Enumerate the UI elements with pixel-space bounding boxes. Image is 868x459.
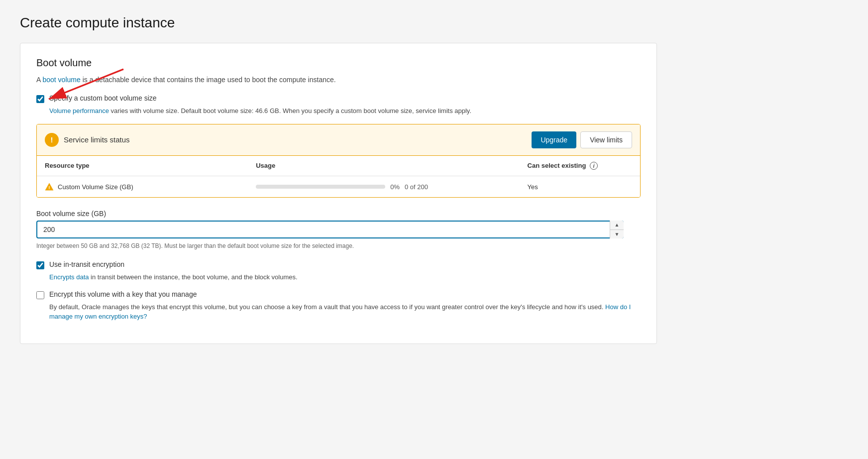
- boot-volume-size-input-wrap: ▲ ▼: [36, 221, 624, 238]
- encrypt-volume-label[interactable]: Encrypt this volume with a key that you …: [49, 290, 197, 298]
- limits-table: Resource type Usage Can select existing …: [37, 156, 640, 198]
- spinner-up-button[interactable]: ▲: [610, 221, 624, 230]
- service-limits-title: Service limits status: [64, 135, 130, 144]
- encrypt-volume-hint: By default, Oracle manages the keys that…: [49, 302, 641, 322]
- col-resource-type: Resource type: [37, 156, 248, 176]
- boot-volume-link[interactable]: boot volume: [42, 76, 80, 84]
- boot-volume-size-input[interactable]: [36, 221, 624, 238]
- custom-size-label[interactable]: Specify a custom boot volume size: [49, 94, 157, 102]
- table-row: ! Custom Volume Size (GB) 0% 0 of 200: [37, 176, 640, 198]
- col-can-select: Can select existing i: [520, 156, 640, 176]
- transit-encryption-row: Use in-transit encryption: [36, 260, 641, 269]
- section-description: A boot volume is a detachable device tha…: [36, 75, 641, 85]
- encrypt-volume-row: Encrypt this volume with a key that you …: [36, 290, 641, 299]
- upgrade-button[interactable]: Upgrade: [532, 131, 576, 148]
- service-limits-actions: Upgrade View limits: [532, 131, 632, 148]
- service-limits-box: ! Service limits status Upgrade View lim…: [36, 124, 641, 198]
- warning-triangle-icon: !: [45, 182, 54, 191]
- transit-encryption-label[interactable]: Use in-transit encryption: [49, 260, 124, 268]
- usage-progress-bar: [256, 185, 385, 189]
- boot-volume-size-hint: Integer between 50 GB and 32,768 GB (32 …: [36, 241, 641, 250]
- usage-pct: 0%: [390, 183, 400, 191]
- service-limits-header: ! Service limits status Upgrade View lim…: [37, 124, 640, 156]
- encrypts-data-link[interactable]: Encrypts data: [49, 273, 89, 281]
- transit-encryption-hint: Encrypts data in transit between the ins…: [49, 272, 641, 282]
- encrypt-volume-checkbox[interactable]: [36, 291, 44, 299]
- spinner-buttons: ▲ ▼: [610, 221, 624, 238]
- resource-cell: ! Custom Volume Size (GB): [37, 176, 248, 198]
- volume-performance-link[interactable]: Volume performance: [49, 107, 109, 115]
- custom-size-checkbox-row: Specify a custom boot volume size: [36, 94, 641, 103]
- usage-cell: 0% 0 of 200: [248, 176, 519, 198]
- transit-encryption-checkbox[interactable]: [36, 261, 44, 269]
- can-select-cell: Yes: [520, 176, 640, 198]
- main-card: Boot volume A boot volume is a detachabl…: [20, 43, 657, 344]
- resource-name: Custom Volume Size (GB): [58, 183, 133, 191]
- svg-text:!: !: [48, 185, 50, 190]
- can-select-info-icon[interactable]: i: [590, 162, 598, 170]
- warning-circle-icon: !: [45, 133, 59, 147]
- page-title: Create compute instance: [20, 15, 848, 31]
- boot-volume-size-label: Boot volume size (GB): [36, 210, 641, 218]
- usage-detail: 0 of 200: [405, 183, 428, 191]
- service-limits-header-left: ! Service limits status: [45, 133, 130, 147]
- custom-size-hint: Volume performance varies with volume si…: [49, 106, 641, 116]
- section-title: Boot volume: [36, 57, 641, 69]
- limits-table-header-row: Resource type Usage Can select existing …: [37, 156, 640, 176]
- col-usage: Usage: [248, 156, 519, 176]
- spinner-down-button[interactable]: ▼: [610, 230, 624, 239]
- custom-size-checkbox[interactable]: [36, 95, 44, 103]
- view-limits-button[interactable]: View limits: [580, 131, 632, 148]
